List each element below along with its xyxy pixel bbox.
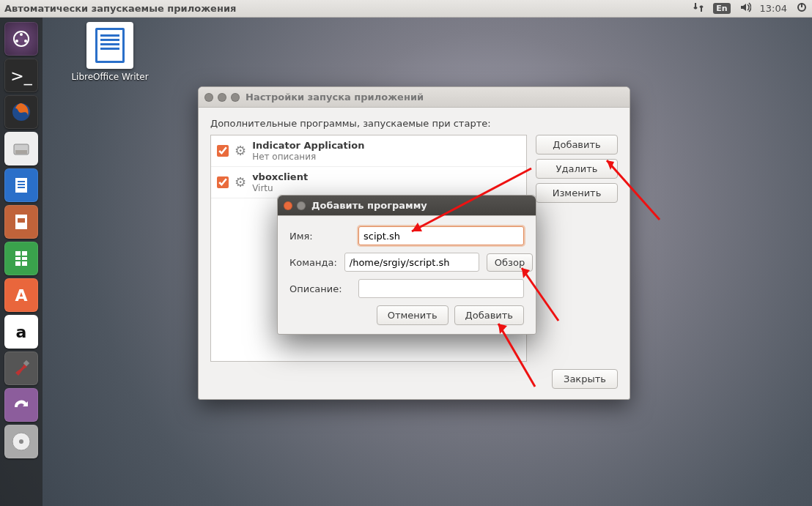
app-description: Virtu: [252, 183, 308, 193]
disc-icon[interactable]: [4, 425, 38, 458]
remove-button[interactable]: Удалить: [536, 159, 618, 179]
name-input[interactable]: [358, 226, 524, 245]
add-button[interactable]: Добавить: [454, 305, 524, 325]
svg-rect-10: [18, 218, 25, 223]
cancel-button[interactable]: Отменить: [377, 305, 449, 325]
minimize-icon[interactable]: [297, 201, 306, 210]
gears-icon: ⚙: [235, 143, 246, 158]
sound-icon[interactable]: [739, 1, 751, 15]
shutdown-icon[interactable]: [796, 1, 808, 15]
network-icon[interactable]: [693, 1, 704, 15]
app-name: Indicator Application: [252, 140, 364, 152]
app-name: vboxclient: [252, 171, 308, 183]
section-label: Дополнительные программы, запускаемые пр…: [210, 118, 618, 129]
close-icon[interactable]: [284, 201, 292, 210]
maximize-icon[interactable]: [231, 93, 240, 102]
system-tray: En 13:04: [693, 1, 808, 15]
clock[interactable]: 13:04: [760, 3, 787, 14]
edit-button[interactable]: Изменить: [536, 183, 618, 203]
dialog-titlebar[interactable]: Добавить программу: [278, 196, 536, 216]
top-panel: Автоматически запускаемые приложения En …: [0, 0, 812, 18]
calc-icon[interactable]: [4, 242, 38, 275]
settings-icon[interactable]: [4, 351, 38, 385]
browse-button[interactable]: Обзор: [487, 253, 533, 272]
window-title: Настройки запуска приложений: [246, 92, 424, 103]
svg-point-4: [24, 40, 27, 42]
impress-icon[interactable]: [4, 205, 38, 239]
svg-point-2: [20, 33, 23, 36]
name-label: Имя:: [289, 231, 351, 242]
add-button[interactable]: Добавить: [536, 135, 618, 155]
keyboard-layout-indicator[interactable]: En: [713, 3, 730, 14]
desktop-icon-label: LibreOffice Writer: [59, 72, 161, 82]
window-titlebar[interactable]: Настройки запуска приложений: [199, 87, 630, 108]
command-label: Команда:: [289, 257, 337, 268]
desktop-icon-writer[interactable]: LibreOffice Writer: [59, 22, 161, 82]
command-input[interactable]: [344, 253, 479, 272]
unity-launcher: >_ A a: [0, 18, 43, 506]
document-icon: [86, 22, 133, 69]
svg-rect-7: [15, 150, 27, 154]
software-center-icon[interactable]: A: [4, 278, 38, 312]
gears-icon: ⚙: [235, 174, 246, 190]
active-app-title: Автоматически запускаемые приложения: [4, 3, 236, 14]
comment-input[interactable]: [358, 279, 524, 298]
list-item[interactable]: ⚙ vboxclient Virtu: [211, 167, 526, 198]
close-icon[interactable]: [204, 93, 213, 102]
enable-checkbox[interactable]: [217, 176, 229, 188]
add-program-dialog: Добавить программу Имя: Команда: Обзор О…: [277, 195, 536, 335]
list-item[interactable]: ⚙ Indicator Application Нет описания: [211, 135, 526, 167]
writer-icon[interactable]: [4, 168, 38, 202]
firefox-icon[interactable]: [4, 95, 38, 129]
dialog-title: Добавить программу: [311, 200, 427, 211]
desktop-icons: LibreOffice Writer: [59, 22, 161, 82]
amazon-icon[interactable]: a: [4, 315, 38, 349]
comment-label: Описание:: [289, 283, 351, 294]
svg-point-3: [15, 40, 18, 42]
close-button[interactable]: Закрыть: [552, 369, 618, 389]
app-description: Нет описания: [252, 152, 364, 162]
terminal-icon[interactable]: >_: [4, 59, 38, 92]
dash-home-icon[interactable]: [4, 22, 38, 56]
minimize-icon[interactable]: [218, 93, 226, 102]
files-icon[interactable]: [4, 132, 38, 165]
enable-checkbox[interactable]: [217, 145, 229, 157]
software-updater-icon[interactable]: [4, 388, 38, 422]
svg-point-14: [19, 439, 23, 444]
